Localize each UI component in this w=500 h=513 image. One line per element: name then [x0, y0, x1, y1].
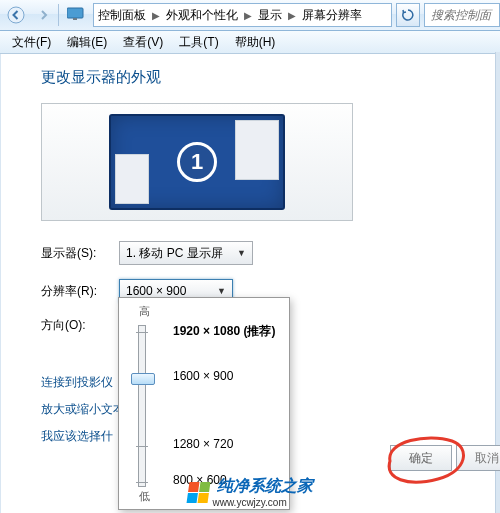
breadcrumb[interactable]: 控制面板 ▶ 外观和个性化 ▶ 显示 ▶ 屏幕分辨率: [93, 3, 392, 27]
control-panel-icon: [67, 6, 85, 24]
menu-tools[interactable]: 工具(T): [171, 34, 226, 51]
page-title: 更改显示器的外观: [41, 68, 500, 87]
crumb-resolution[interactable]: 屏幕分辨率: [298, 7, 366, 24]
search-box[interactable]: [424, 3, 500, 27]
resolution-select-value: 1600 × 900: [126, 284, 186, 298]
nav-separator: [58, 4, 59, 26]
crumb-separator-icon: ▶: [242, 10, 254, 21]
forward-arrow-icon: [37, 8, 51, 22]
menu-view[interactable]: 查看(V): [115, 34, 171, 51]
crumb-separator-icon: ▶: [286, 10, 298, 21]
monitor-panel-icon: [235, 120, 279, 180]
back-button[interactable]: [4, 3, 28, 27]
forward-button[interactable]: [32, 3, 56, 27]
display-label: 显示器(S):: [41, 245, 119, 262]
slider-tick: [136, 446, 148, 447]
crumb-separator-icon: ▶: [150, 10, 162, 21]
monitor-panel-icon: [115, 154, 149, 204]
menu-bar: 文件(F) 编辑(E) 查看(V) 工具(T) 帮助(H): [0, 31, 500, 54]
svg-point-0: [8, 7, 24, 23]
menu-edit[interactable]: 编辑(E): [59, 34, 115, 51]
slider-tick: [136, 482, 148, 483]
address-bar: 控制面板 ▶ 外观和个性化 ▶ 显示 ▶ 屏幕分辨率: [0, 0, 500, 31]
svg-rect-2: [73, 18, 77, 20]
menu-file[interactable]: 文件(F): [4, 34, 59, 51]
svg-rect-1: [67, 8, 83, 18]
monitor-number-badge: 1: [177, 142, 217, 182]
resolution-popup[interactable]: 高 1920 × 1080 (推荐) 1600 × 900 1280 × 720…: [118, 297, 290, 510]
search-input[interactable]: [429, 7, 499, 23]
monitor-preview-box[interactable]: 1: [41, 103, 353, 221]
slider-track-column: [119, 321, 165, 493]
slider-tick: [136, 332, 148, 333]
chevron-down-icon: ▼: [237, 248, 246, 258]
display-select-value: 1. 移动 PC 显示屏: [126, 245, 223, 262]
resolution-label: 分辨率(R):: [41, 283, 119, 300]
orientation-label: 方向(O):: [41, 317, 119, 334]
crumb-appearance[interactable]: 外观和个性化: [162, 7, 242, 24]
display-select[interactable]: 1. 移动 PC 显示屏 ▼: [119, 241, 253, 265]
slider-top-label: 高: [119, 304, 289, 319]
resolution-option-recommended[interactable]: 1920 × 1080 (推荐): [173, 323, 275, 340]
resolution-option[interactable]: 1600 × 900: [173, 369, 233, 383]
right-pane-edge: [495, 52, 500, 513]
chevron-down-icon: ▼: [217, 286, 226, 296]
row-display: 显示器(S): 1. 移动 PC 显示屏 ▼: [41, 241, 500, 265]
slider-track[interactable]: [138, 325, 146, 487]
resolution-option[interactable]: 800 × 600: [173, 473, 227, 487]
slider-area: 1920 × 1080 (推荐) 1600 × 900 1280 × 720 8…: [119, 321, 289, 493]
back-arrow-icon: [7, 6, 25, 24]
cancel-button-label: 取消: [475, 450, 499, 467]
annotation-red-circle-icon: [378, 431, 470, 485]
monitor-preview: 1: [109, 114, 285, 210]
menu-help[interactable]: 帮助(H): [227, 34, 284, 51]
crumb-control-panel[interactable]: 控制面板: [94, 7, 150, 24]
slider-thumb[interactable]: [131, 373, 155, 385]
resolution-option[interactable]: 1280 × 720: [173, 437, 233, 451]
crumb-display[interactable]: 显示: [254, 7, 286, 24]
slider-labels-column: 1920 × 1080 (推荐) 1600 × 900 1280 × 720 8…: [165, 321, 289, 493]
refresh-button[interactable]: [396, 3, 420, 27]
refresh-icon: [402, 9, 414, 21]
